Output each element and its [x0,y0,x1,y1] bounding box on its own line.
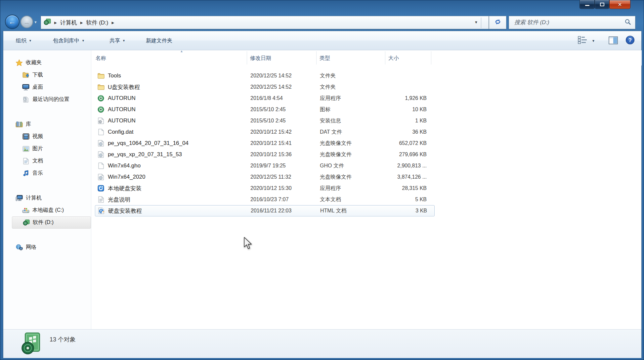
sidebar-item-最近访问的位置[interactable]: 最近访问的位置 [3,93,91,106]
documents-icon [22,158,29,164]
views-icon [578,36,588,46]
sidebar-item-网络[interactable]: 网络 [3,241,91,253]
app-blue-icon [97,185,105,192]
forward-button[interactable]: ← [21,16,33,28]
refresh-button[interactable] [489,16,506,29]
file-row-AUTORUN[interactable]: AUTORUN2015/5/10 2:45图标10 KB [95,104,435,115]
disc-image-icon [97,140,105,147]
computer-icon [16,195,23,202]
address-dropdown-icon[interactable]: ▼ [474,20,478,24]
file-row-Win7x64_2020[interactable]: Win7x64_20202020/12/25 11:32光盘映像文件3,874,… [95,171,435,183]
file-type-label: 光盘映像文件 [320,151,389,158]
file-type-label: GHO 文件 [320,162,389,169]
breadcrumb-item[interactable]: 计算机 [60,19,77,26]
toolbar-item-label: 共享 [109,37,120,44]
sort-arrow-icon: ▲ [180,49,183,53]
file-name-label: AUTORUN [108,106,136,113]
breadcrumb-separator-icon[interactable]: ▶ [111,21,114,24]
column-header-名称[interactable]: 名称 [96,55,106,62]
file-date-label: 2020/12/25 14:52 [250,84,320,90]
search-input[interactable] [509,19,624,26]
refresh-icon [494,18,502,27]
sidebar-item-软件 (D:)[interactable]: 软件 (D:) [12,216,91,229]
drive-green-icon [44,19,51,26]
file-type-label: HTML 文档 [320,207,389,214]
preview-pane-button[interactable] [609,36,618,46]
breadcrumb: ▶计算机▶软件 (D:)▶ [51,19,117,26]
help-button[interactable]: ? [625,35,635,46]
sidebar-item-label: 图片 [32,145,43,152]
recent-places-icon [22,96,29,103]
svg-text:?: ? [628,37,632,43]
close-button[interactable]: ✕ [609,0,630,9]
library-icon [16,121,23,128]
file-row-AUTORUN[interactable]: AUTORUN2015/5/10 2:45安装信息1 KB [95,115,435,126]
recent-pages-chevron-icon[interactable]: ▼ [34,20,37,24]
sidebar-group: 计算机本地磁盘 (C:)软件 (D:) [3,192,91,229]
file-row-光盘说明[interactable]: 光盘说明2016/10/23 7:07文本文档5 KB [95,194,435,205]
column-divider[interactable] [385,51,385,65]
sidebar-item-计算机[interactable]: 计算机 [3,192,91,204]
sidebar-item-label: 网络 [26,244,36,251]
dropdown-caret-icon: ▼ [122,39,125,42]
sidebar-item-图片[interactable]: 图片 [3,143,91,155]
file-row-Tools[interactable]: Tools2020/12/25 14:52文件夹 [95,70,435,81]
file-date-label: 2020/12/25 14:52 [250,73,320,79]
sidebar-item-桌面[interactable]: 桌面 [3,81,91,93]
sidebar-item-收藏夹[interactable]: 收藏夹 [3,57,91,69]
file-row-Win7x64.gho[interactable]: Win7x64.gho2019/9/7 19:25GHO 文件2,900,813… [95,160,435,171]
column-header-修改日期[interactable]: 修改日期 [250,55,271,62]
file-row-Config.dat[interactable]: Config.dat2020/10/12 15:42DAT 文件36 KB [95,126,435,138]
file-name-label: 光盘说明 [108,196,130,203]
sidebar-item-文档[interactable]: 文档 [3,155,91,167]
file-row-本地硬盘安装[interactable]: 本地硬盘安装2020/10/12 15:30应用程序28,315 KB [95,183,435,194]
minimize-button[interactable] [580,0,595,9]
file-date-label: 2020/12/25 11:32 [250,174,320,180]
file-row-硬盘安装教程[interactable]: 硬盘安装教程2016/11/21 22:03HTML 文档3 KB [95,205,435,216]
explorer-window: ✕ ← ← ▼ ▶计算机▶软件 (D:)▶ ▼ [0,0,644,360]
file-size-label: 1 KB [389,118,431,124]
sidebar-item-下载[interactable]: 下载 [3,69,91,81]
disc-image-icon [97,151,105,158]
sidebar-item-音乐[interactable]: 音乐 [3,167,91,179]
file-date-label: 2016/1/8 4:54 [250,95,320,101]
toolbar-item-新建文件夹[interactable]: 新建文件夹 [146,31,172,50]
toolbar-item-包含到库中[interactable]: 包含到库中▼ [53,31,85,50]
back-button[interactable]: ← [5,15,20,29]
views-button[interactable]: ▼ [578,36,595,46]
forward-arrow-icon: ← [23,18,30,25]
star-icon [16,60,23,66]
file-row-pe_yqs_1064_20_07_31_16_04[interactable]: pe_yqs_1064_20_07_31_16_042020/10/12 15:… [95,138,435,149]
file-row-AUTORUN[interactable]: AUTORUN2016/1/8 4:54应用程序1,926 KB [95,93,435,104]
file-list: Tools2020/12/25 14:52文件夹U盘安装教程2020/12/25… [95,70,435,216]
videos-icon [22,133,29,140]
pane-divider [91,50,91,329]
autorun-icon [97,106,105,113]
breadcrumb-item[interactable]: 软件 (D:) [86,19,108,26]
file-name-label: 硬盘安装教程 [108,207,142,215]
network-icon [16,244,23,251]
file-date-label: 2020/10/12 15:41 [250,140,320,146]
file-name-label: Win7x64.gho [108,162,141,169]
file-name-label: 本地硬盘安装 [108,185,142,192]
sidebar-item-库[interactable]: 库 [3,118,91,130]
address-bar[interactable]: ▶计算机▶软件 (D:)▶ ▼ [41,16,489,29]
pictures-icon [22,146,29,152]
toolbar-item-共享[interactable]: 共享▼ [109,31,125,50]
file-name-label: Config.dat [108,129,134,135]
column-header-类型[interactable]: 类型 [320,55,330,62]
maximize-button[interactable] [595,0,609,9]
column-divider[interactable] [316,51,317,65]
column-header-大小[interactable]: 大小 [388,55,399,62]
file-size-label: 5 KB [389,197,431,202]
column-divider[interactable] [247,51,247,65]
file-date-label: 2015/5/10 2:45 [250,107,320,112]
file-name-label: pe_yqs_1064_20_07_31_16_04 [108,140,189,147]
column-divider[interactable] [431,51,431,65]
file-row-pe_yqs_xp_20_07_31_15_53[interactable]: pe_yqs_xp_20_07_31_15_532020/10/12 15:36… [95,149,435,160]
music-icon [22,170,29,177]
toolbar-item-组织[interactable]: 组织▼ [16,31,32,50]
sidebar-item-视频[interactable]: 视频 [3,130,91,143]
file-row-U盘安装教程[interactable]: U盘安装教程2020/12/25 14:52文件夹 [95,81,435,93]
sidebar-item-本地磁盘 (C:)[interactable]: 本地磁盘 (C:) [3,204,91,216]
